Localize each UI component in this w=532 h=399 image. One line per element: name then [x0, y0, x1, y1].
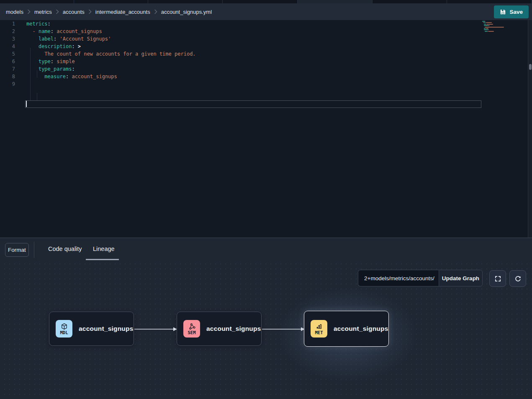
lineage-node-mdl[interactable]: MDLaccount_signups: [49, 312, 134, 346]
lineage-canvas[interactable]: MDLaccount_signupsSEMaccount_signupsMETa…: [0, 263, 532, 399]
chevron-right-icon: [88, 9, 92, 14]
breadcrumb-item[interactable]: intermediate_accounts: [95, 9, 150, 15]
chevron-right-icon: [56, 9, 59, 14]
code-token: account_signups: [57, 28, 102, 34]
line-number: 1: [0, 20, 15, 28]
minimap-line: [488, 25, 488, 26]
code-token: :: [72, 66, 75, 72]
window-tab[interactable]: [298, 0, 373, 3]
code-line[interactable]: 2 - name: account_signups: [0, 28, 532, 35]
lineage-filter-input[interactable]: [358, 270, 439, 286]
window-tab[interactable]: [447, 0, 532, 3]
line-number: 4: [0, 43, 15, 50]
code-line[interactable]: 4 description: >: [0, 43, 532, 50]
breadcrumb-bar: modelsmetricsaccountsintermediate_accoun…: [0, 3, 532, 20]
fullscreen-button[interactable]: [489, 270, 506, 287]
minimap[interactable]: [482, 21, 508, 35]
code-line[interactable]: 9: [0, 80, 532, 88]
code-token: simple: [57, 59, 75, 64]
indent-guide: [37, 70, 37, 78]
minimap-line: [486, 28, 488, 29]
tab-lineage[interactable]: Lineage: [93, 246, 115, 252]
minimap-line: [485, 27, 504, 28]
fullscreen-icon: [494, 275, 501, 282]
tab-code-quality[interactable]: Code quality: [48, 246, 82, 252]
update-graph-button[interactable]: Update Graph: [439, 270, 483, 286]
minimap-line: [488, 31, 494, 32]
code-token: The count of new accounts for a given ti…: [44, 51, 195, 57]
window-tab[interactable]: [148, 0, 223, 3]
code-token: [26, 51, 44, 57]
code-line[interactable]: 8 measure: account_signups: [0, 73, 532, 80]
minimap-line: [486, 24, 486, 25]
bottom-panel: Format Code quality Lineage MDLaccount_s…: [0, 238, 532, 399]
line-number: 8: [0, 73, 15, 80]
code-line-text: type: simple: [26, 58, 75, 65]
lineage-filter-group: Update Graph: [358, 270, 483, 286]
code-token: [75, 43, 78, 49]
code-line[interactable]: 3 label: 'Account Signups': [0, 35, 532, 43]
code-token: :: [51, 28, 54, 34]
scrollbar-thumb[interactable]: [529, 64, 532, 70]
breadcrumb: modelsmetricsaccountsintermediate_accoun…: [6, 9, 212, 15]
minimap-line: [485, 31, 487, 32]
node-title: account_signups: [206, 325, 261, 332]
active-tab-underline: [86, 259, 119, 260]
lineage-node-met[interactable]: METaccount_signups: [304, 311, 389, 347]
code-line-text: - name: account_signups: [26, 28, 102, 35]
minimap-line: [486, 22, 492, 23]
line-number: 9: [0, 80, 15, 88]
node-type-badge: SEM: [183, 320, 200, 338]
code-line[interactable]: 1metrics:: [0, 20, 532, 28]
node-type-label: SEM: [188, 330, 196, 335]
minimap-line: [487, 31, 488, 32]
line-number: 2: [0, 28, 15, 35]
window-tab[interactable]: [0, 0, 74, 3]
lineage-node-sem[interactable]: SEMaccount_signups: [177, 312, 262, 346]
semantic-network-icon: [188, 323, 195, 330]
window-tab[interactable]: [74, 0, 148, 3]
window-tab[interactable]: [373, 0, 447, 3]
breadcrumb-item[interactable]: account_signups.yml: [161, 9, 212, 15]
minimap-line: [488, 29, 488, 30]
code-token: metrics: [26, 21, 48, 27]
code-line[interactable]: 7 type_params:: [0, 65, 532, 73]
node-type-badge: MET: [311, 320, 327, 338]
code-line[interactable]: 6 type: simple: [0, 58, 532, 65]
code-line-text: measure: account_signups: [26, 73, 117, 80]
breadcrumb-item[interactable]: metrics: [34, 9, 52, 15]
metric-bars-icon: [316, 323, 323, 330]
scrollbar-track[interactable]: [528, 20, 532, 238]
window-tab-strip: [0, 0, 532, 3]
minimap-line: [489, 25, 489, 26]
code-token: label: [39, 36, 54, 42]
code-token: :: [72, 43, 75, 49]
code-token: type_params: [39, 66, 72, 72]
code-line-text: type_params:: [26, 65, 75, 73]
code-token: 'Account Signups': [60, 36, 111, 42]
breadcrumb-item[interactable]: models: [6, 9, 23, 15]
indent-guide: [37, 93, 37, 100]
minimap-line: [484, 25, 488, 26]
node-type-label: MDL: [60, 330, 68, 335]
code-token: [26, 36, 39, 42]
format-button[interactable]: Format: [5, 243, 29, 257]
save-floppy-icon: [500, 9, 506, 15]
minimap-line: [484, 29, 488, 30]
code-token: description: [39, 43, 72, 49]
save-button[interactable]: Save: [494, 5, 529, 18]
minimap-line: [485, 21, 485, 22]
window-tab[interactable]: [223, 0, 298, 3]
code-editor[interactable]: 1metrics:2 - name: account_signups3 labe…: [0, 20, 532, 238]
refresh-button[interactable]: [509, 270, 526, 287]
line-number: 6: [0, 58, 15, 65]
code-token: [26, 43, 39, 49]
code-token: name: [39, 28, 51, 34]
breadcrumb-item[interactable]: accounts: [63, 9, 85, 15]
code-token: :: [51, 59, 54, 64]
refresh-icon: [514, 275, 522, 282]
code-line[interactable]: 5 The count of new accounts for a given …: [0, 50, 532, 58]
panel-divider: [0, 238, 532, 238]
code-token: [57, 36, 59, 42]
line-number: 7: [0, 65, 15, 73]
